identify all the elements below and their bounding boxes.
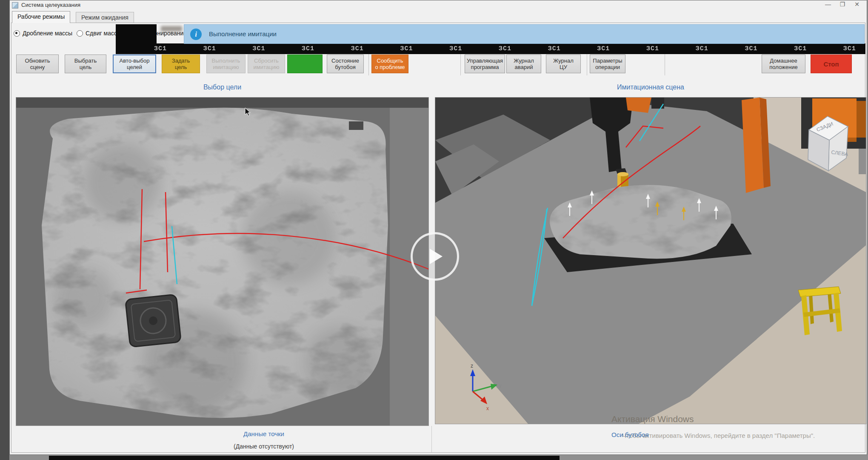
overlay-strip-token: ЗС1 — [400, 45, 413, 52]
info-icon: i — [190, 29, 202, 40]
tab-working-modes[interactable]: Рабочие режимы — [12, 11, 70, 23]
simulation-render: СЗАДИ СЛЕВА z y x — [435, 98, 866, 424]
radio-dot — [14, 30, 20, 37]
video-letterbox-left — [0, 0, 9, 460]
button-label: Выполнить — [212, 58, 240, 64]
accident-log-button[interactable]: Журнал аварий — [506, 55, 541, 73]
breaker-state-button[interactable]: Состояние бутобоя — [327, 55, 364, 73]
app-icon — [12, 2, 18, 9]
overlay-strip-token: ЗС1 — [351, 45, 364, 52]
tab-standby-mode[interactable]: Режим ожидания — [76, 12, 134, 23]
windows-activation-watermark-line2: Чтобы активировать Windows, перейдите в … — [622, 432, 815, 439]
play-icon — [430, 249, 443, 264]
overlay-strip-token: ЗС1 — [794, 45, 807, 52]
button-label: цель — [175, 64, 187, 70]
overlay-strip-token: ЗС1 — [154, 45, 167, 52]
refresh-scene-button[interactable]: Обновить сцену — [16, 55, 59, 73]
auto-select-targets-button[interactable]: Авто-выбор целей — [113, 55, 156, 73]
overlay-strip-token: ЗС1 — [302, 45, 314, 52]
mouse-cursor — [245, 107, 253, 117]
point-data-title: Данные точки — [179, 430, 349, 437]
run-simulation-button[interactable]: Выполнить имитацию — [206, 55, 246, 73]
status-banner: i Выполнение имитации — [184, 24, 865, 44]
button-label: операции — [595, 64, 620, 70]
radio-dot — [77, 30, 83, 37]
left-panel-title: Выбор цели — [16, 83, 429, 91]
breaker-axes-title: Оси бутобоя — [611, 431, 649, 438]
reset-simulation-button[interactable]: Сбросить имитацию — [248, 55, 285, 73]
button-label: программа — [471, 64, 499, 70]
control-program-button[interactable]: Управляющая программа — [465, 55, 505, 73]
report-problem-button[interactable]: Сообщить о проблеме — [371, 55, 408, 73]
button-label: Журнал — [514, 58, 534, 64]
button-label: о проблеме — [375, 64, 405, 70]
button-label: Обновить — [25, 58, 50, 64]
point-data-note: (Данные отсутствуют) — [179, 443, 349, 450]
target-selection-viewport[interactable] — [16, 97, 429, 426]
detected-object — [125, 294, 181, 347]
button-label: Параметры — [593, 58, 622, 64]
button-label: ЦУ — [560, 64, 567, 70]
toolbar-separator — [368, 54, 369, 75]
radio-mass-shift[interactable]: Сдвиг массы — [77, 30, 121, 37]
overlay-strip-token: ЗС1 — [203, 45, 216, 52]
overlay-strip-token: ЗС1 — [252, 45, 265, 52]
orange-column — [742, 98, 771, 193]
maximize-button[interactable]: ❐ — [839, 1, 846, 8]
operation-params-button[interactable]: Параметры операции — [590, 55, 625, 73]
axis-x-label: x — [486, 405, 489, 411]
minimize-button[interactable]: — — [825, 1, 831, 8]
toolbar-separator — [460, 54, 461, 75]
overlay-strip-token: ЗС1 — [499, 45, 511, 52]
overlay-strip-token: ЗС1 — [548, 45, 561, 52]
home-position-button[interactable]: Домашнее положение — [762, 55, 805, 73]
select-target-button[interactable]: Выбрать цель — [65, 55, 106, 73]
overlay-strip-token: ЗС1 — [843, 45, 856, 52]
button-label: Авто-выбор — [120, 58, 150, 64]
button-label: Сбросить — [254, 58, 279, 64]
overlay-strip-token: ЗС1 — [449, 45, 462, 52]
button-label: цель — [80, 64, 91, 70]
button-label: бутобоя — [335, 64, 355, 70]
button-label: аварий — [515, 64, 533, 70]
button-label: Задать — [172, 58, 190, 64]
status-banner-text: Выполнение имитации — [209, 30, 277, 37]
button-label: Сообщить — [377, 58, 403, 64]
axis-z-label: z — [471, 363, 473, 369]
radio-label: Дробление массы — [23, 30, 72, 37]
title-bar: Система целеуказания — ❐ ✕ — [9, 0, 866, 10]
button-label: целей — [127, 64, 142, 70]
toolbar-separator — [587, 54, 587, 75]
window-title: Система целеуказания — [21, 2, 80, 8]
stop-button[interactable]: Стоп — [811, 55, 852, 73]
button-label: Журнал — [553, 58, 573, 64]
button-label: Выбрать — [74, 58, 97, 64]
button-label: Стоп — [823, 61, 839, 67]
button-label: имитацию — [254, 64, 280, 70]
button-label: положение — [769, 64, 797, 70]
footer-divider — [431, 426, 432, 452]
overlay-strip-token: ЗС1 — [646, 45, 659, 52]
video-frame: Система целеуказания — ❐ ✕ Рабочие режим… — [0, 0, 868, 460]
right-panel-title: Имитационная сцена — [435, 83, 866, 91]
video-play-button[interactable] — [411, 232, 459, 281]
targeting-log-button[interactable]: Журнал ЦУ — [546, 55, 581, 73]
toolbar-separator — [665, 54, 665, 75]
ghost-artifact — [161, 26, 182, 32]
video-progress-bar — [49, 456, 560, 460]
button-label: Управляющая — [467, 58, 503, 64]
status-indicator-button[interactable] — [287, 55, 323, 73]
rock-scan-render — [16, 98, 428, 426]
simulation-viewport[interactable]: СЗАДИ СЛЕВА z y x — [435, 97, 866, 424]
close-button[interactable]: ✕ — [854, 1, 860, 8]
set-target-button[interactable]: Задать цель — [162, 55, 200, 73]
button-label: Домашнее — [770, 58, 797, 64]
button-label: сцену — [30, 64, 45, 70]
overlay-strip-token: ЗС1 — [696, 45, 708, 52]
overlay-strip-token: ЗС1 — [597, 45, 610, 52]
radio-mass-crushing[interactable]: Дробление массы — [14, 30, 72, 37]
axis-y-label: y — [499, 382, 502, 388]
windows-activation-watermark-line1: Активация Windows — [611, 414, 694, 424]
video-overlay-strip: ЗС1ЗС1ЗС1ЗС1ЗС1ЗС1ЗС1ЗС1ЗС1ЗС1ЗС1ЗС1ЗС1З… — [145, 43, 865, 54]
button-label: имитацию — [213, 64, 239, 70]
